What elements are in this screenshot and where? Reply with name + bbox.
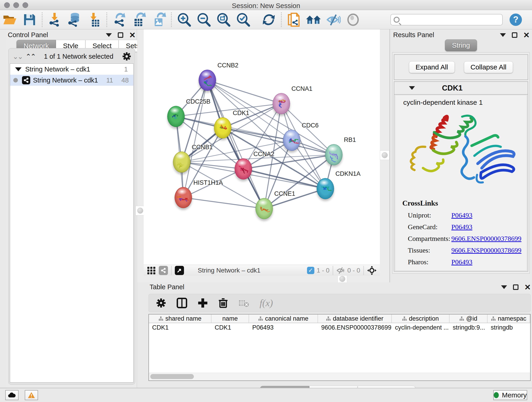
move-crosshair-icon[interactable] (367, 266, 377, 275)
crosslink-link[interactable]: 9606.ENSP00000378699 (451, 235, 521, 242)
crosslink-link[interactable]: P06493 (451, 258, 472, 266)
table-settings-gear-icon[interactable] (156, 298, 166, 308)
panel-float-icon[interactable] (513, 284, 519, 290)
clone-network-button[interactable] (284, 12, 304, 28)
table-cell[interactable]: 9606.ENSP00000378699 (318, 323, 392, 332)
panel-close-icon[interactable]: ✕ (523, 32, 530, 38)
help-button[interactable]: ? (506, 12, 526, 28)
network-node-CDC6[interactable] (283, 130, 300, 151)
zoom-out-button[interactable] (194, 12, 214, 28)
network-node-RB1[interactable] (325, 144, 342, 165)
selected-checkbox-icon[interactable]: ✓ (307, 267, 314, 274)
add-column-icon[interactable] (198, 298, 208, 308)
warnings-button[interactable] (25, 390, 38, 400)
crosslink-link[interactable]: 9606.ENSP00000378699 (451, 246, 521, 254)
table-cell[interactable]: CDK1 (149, 323, 211, 332)
protein-collapse-icon[interactable] (409, 86, 415, 90)
toolbar-search-input[interactable] (401, 16, 498, 23)
cloud-status-button[interactable] (5, 390, 19, 400)
import-table-button[interactable] (84, 12, 104, 28)
birdseye-grid-icon[interactable] (147, 266, 156, 275)
panel-close-icon[interactable]: ✕ (525, 284, 531, 290)
column-header-name[interactable]: name (211, 314, 249, 323)
column-type-icon (158, 316, 163, 321)
column-header-label: @id (466, 315, 477, 322)
table-hscrollbar[interactable] (148, 373, 531, 381)
collapse-all-button[interactable]: Collapse All (464, 61, 513, 73)
search-icon (394, 17, 399, 23)
left-splitter[interactable] (137, 29, 144, 282)
hide-selected-button[interactable] (323, 12, 343, 28)
network-node-CCNE1[interactable] (255, 198, 273, 219)
crosslink-label: Compartments: (408, 235, 451, 242)
panel-close-icon[interactable]: ✕ (129, 32, 136, 38)
column-header-description[interactable]: description (392, 314, 450, 323)
delete-column-trash-icon[interactable] (218, 298, 228, 308)
network-row-selected[interactable]: String Network – cdk1 11 48 (10, 75, 133, 86)
export-image-button[interactable] (149, 12, 169, 28)
tree-expander-icon[interactable] (15, 67, 22, 71)
gear-icon[interactable] (122, 52, 131, 61)
table-cell[interactable]: stringdb:9... (450, 323, 488, 332)
panel-menu-icon[interactable] (501, 285, 507, 289)
expand-all-button[interactable]: Expand All (409, 61, 455, 73)
apply-layout-button[interactable] (259, 12, 279, 28)
panel-menu-icon[interactable] (500, 33, 506, 37)
network-node-CDC25B[interactable] (167, 106, 185, 127)
panel-menu-icon[interactable] (106, 33, 112, 37)
table-cell[interactable]: cyclin-dependent ... (392, 323, 450, 332)
table-hscrollbar-thumb[interactable] (150, 374, 194, 379)
crosslink-label: Tissues: (408, 246, 451, 254)
column-header-canonical-name[interactable]: canonical name (249, 314, 318, 323)
export-table-button[interactable] (129, 12, 149, 28)
hidden-eye-icon[interactable] (336, 267, 345, 274)
tab-string[interactable]: String (445, 39, 477, 51)
crosslink-row: Tissues:9606.ENSP00000378699 (402, 246, 526, 254)
network-collection-row[interactable]: String Network – cdk1 1 (10, 64, 133, 75)
open-session-button[interactable] (0, 12, 20, 28)
table-cell[interactable]: CDK1 (211, 323, 249, 332)
collection-label: String Network – cdk1 (25, 65, 124, 73)
network-node-CDKN1A[interactable] (317, 178, 334, 199)
import-network-from-database-button[interactable] (65, 12, 84, 28)
zoom-fit-button[interactable] (214, 12, 233, 28)
show-hidden-button[interactable] (343, 12, 363, 28)
zoom-in-button[interactable] (174, 12, 194, 28)
delete-table-icon[interactable] (239, 299, 249, 307)
import-network-button[interactable] (45, 12, 65, 28)
expand-all-icon[interactable]: ⌃⌃ (25, 52, 35, 61)
table-row[interactable]: CDK1CDK1P064939606.ENSP00000378699cyclin… (149, 323, 530, 332)
crosslink-link[interactable]: P06493 (451, 223, 472, 230)
save-session-button[interactable] (20, 12, 39, 28)
crosslink-link[interactable]: P06493 (451, 211, 472, 219)
warning-icon (28, 392, 35, 398)
network-node-CDK1[interactable] (214, 117, 231, 138)
select-columns-icon[interactable] (177, 298, 187, 308)
network-canvas[interactable]: CCNB2CCNA1CDC25BCDK1CDC6RB1CCNB1CCNA2CDK… (144, 29, 380, 265)
network-node-CCNA2[interactable] (234, 158, 252, 179)
table-cell[interactable]: P06493 (249, 323, 318, 332)
right-splitter[interactable] (380, 29, 389, 282)
column-header-@id[interactable]: @id (450, 314, 488, 323)
column-header-database-identifier[interactable]: database identifier (318, 314, 392, 323)
column-header-namespac[interactable]: namespac (488, 314, 530, 323)
network-node-CCNA1[interactable] (273, 93, 290, 114)
memory-button[interactable]: Memory (493, 390, 527, 400)
export-network-button[interactable] (109, 12, 129, 28)
panel-float-icon[interactable] (118, 32, 123, 38)
network-node-CCNB1[interactable] (173, 152, 190, 172)
panel-float-icon[interactable] (512, 32, 517, 38)
protein-panel: CDK1 cyclin-dependent kinase 1 (394, 81, 528, 272)
network-type-icon[interactable] (159, 266, 168, 275)
right-splitter-handle[interactable] (380, 150, 389, 160)
zoom-selected-button[interactable] (233, 12, 253, 28)
function-builder-icon[interactable]: f(x) (260, 298, 273, 308)
collapse-all-icon[interactable]: ⌄⌄ (13, 52, 22, 61)
network-node-CCNB2[interactable] (199, 70, 216, 91)
open-in-browser-icon[interactable] (175, 266, 184, 275)
column-header-shared-name[interactable]: shared name (149, 314, 211, 323)
network-node-HIST1H1A[interactable] (175, 187, 192, 208)
show-all-networks-button[interactable] (304, 12, 323, 28)
refresh-icon (262, 13, 276, 27)
table-cell[interactable]: stringdb (488, 323, 530, 332)
